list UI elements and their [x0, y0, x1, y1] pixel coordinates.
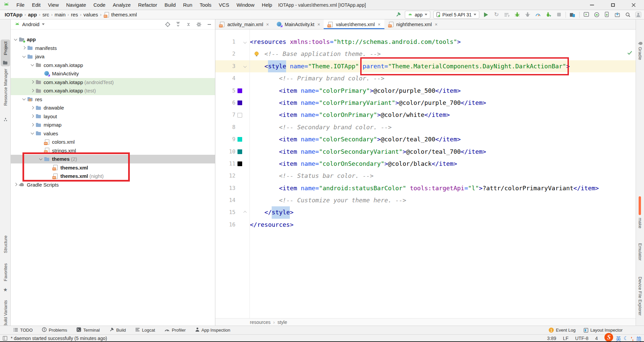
project-view-select[interactable]: Android: [15, 21, 45, 27]
hide-panel-icon[interactable]: [206, 21, 212, 27]
tree-chevron-icon[interactable]: [21, 54, 27, 59]
code-line-14[interactable]: 14 <!-- Customize your theme here. -->: [215, 194, 636, 206]
tree-row-gradle-scripts[interactable]: Gradle Scripts: [11, 181, 215, 189]
tree-row-manifests[interactable]: manifests: [11, 44, 215, 53]
code-line-7[interactable]: 7 <item name="colorOnPrimary">@color/whi…: [215, 109, 636, 121]
status-message[interactable]: * daemon started successfully (5 minutes…: [11, 336, 107, 341]
event-log-button[interactable]: 1 Event Log: [549, 328, 576, 333]
file-encoding[interactable]: UTF-8: [575, 336, 589, 341]
tree-chevron-icon[interactable]: [21, 45, 27, 51]
code-line-12[interactable]: 12 <!-- Status bar color. -->: [215, 170, 636, 182]
code-line-10[interactable]: 10 <item name="colorSecondaryVariant">@c…: [215, 146, 636, 158]
breadcrumb-style[interactable]: style: [277, 320, 287, 325]
avd-manager-icon[interactable]: [593, 11, 600, 18]
profiler-button[interactable]: Profiler: [164, 328, 185, 333]
expand-all-icon[interactable]: [175, 21, 181, 27]
color-swatch[interactable]: [237, 137, 242, 142]
debug-icon[interactable]: [514, 11, 521, 18]
menu-code[interactable]: Code: [90, 1, 108, 9]
sidebar-tab-favorites[interactable]: Favorites: [0, 263, 11, 281]
code-line-5[interactable]: 5 <item name="colorPrimary">@color/purpl…: [215, 85, 636, 97]
tree-chevron-icon[interactable]: [21, 96, 27, 102]
tab-close-icon[interactable]: ×: [378, 22, 380, 27]
ime-moon-icon[interactable]: ☾: [624, 335, 628, 341]
tree-chevron-icon[interactable]: [30, 114, 36, 119]
menu-view[interactable]: View: [45, 1, 62, 9]
code-line-9[interactable]: 9 <item name="colorSecondary">@color/tea…: [215, 133, 636, 145]
code-line-6[interactable]: 6 <item name="colorPrimaryVariant">@colo…: [215, 97, 636, 109]
build-button[interactable]: Build: [109, 327, 126, 333]
apply-changes-icon[interactable]: [503, 11, 511, 18]
code-line-16[interactable]: 16</resources>: [215, 219, 636, 231]
sidebar-tab-project[interactable]: Project: [1, 40, 10, 66]
editor-tab-mainactivity-kt[interactable]: MainActivity.kt×: [273, 19, 324, 29]
tool-window-switcher-icon[interactable]: [3, 336, 7, 341]
ime-language-indicator[interactable]: 英: [616, 335, 621, 342]
breadcrumb-item[interactable]: res: [71, 12, 78, 17]
menu-edit[interactable]: Edit: [29, 1, 44, 9]
tab-close-icon[interactable]: ×: [266, 22, 269, 27]
tree-chevron-icon[interactable]: [13, 37, 19, 42]
menu-window[interactable]: Window: [233, 1, 257, 9]
tree-chevron-icon[interactable]: [30, 79, 36, 85]
code-line-13[interactable]: 13 <item name="android:statusBarColor" t…: [215, 182, 636, 194]
code-line-3[interactable]: 3 <style name="Theme.IOTApp" parent="The…: [215, 60, 636, 72]
terminal-button[interactable]: Terminal: [76, 327, 100, 333]
sidebar-tab-gradle[interactable]: Gradle: [636, 47, 644, 60]
collapse-all-icon[interactable]: [185, 21, 192, 27]
tree-row-res[interactable]: res: [11, 95, 215, 104]
tree-chevron-icon[interactable]: [30, 62, 36, 68]
maximize-button[interactable]: [602, 0, 623, 10]
ime-punctuation-indicator[interactable]: ’,: [631, 336, 634, 341]
tree-row-com-xayah-iotapp[interactable]: com.xayah.iotapp (androidTest): [11, 78, 215, 87]
code-line-1[interactable]: 1<resources xmlns:tools="http://schemas.…: [215, 36, 636, 48]
ime-simplified-indicator[interactable]: 简: [636, 335, 641, 342]
tree-row-themes-xml[interactable]: themes.xml (night): [11, 172, 215, 181]
locate-file-icon[interactable]: [165, 21, 171, 27]
menu-analyze[interactable]: Analyze: [110, 1, 133, 9]
profile-app-icon[interactable]: [545, 11, 552, 18]
breadcrumb-item[interactable]: main: [55, 12, 66, 17]
caret-position[interactable]: 3:89: [547, 336, 556, 341]
sidebar-tab-emulator[interactable]: Emulator: [636, 243, 644, 261]
todo-button[interactable]: TODO: [13, 328, 33, 333]
avatar-icon[interactable]: [635, 11, 642, 18]
menu-tools[interactable]: Tools: [197, 1, 214, 9]
breadcrumb-item[interactable]: src: [42, 12, 49, 17]
tree-chevron-icon[interactable]: [13, 182, 19, 187]
color-swatch[interactable]: [237, 100, 242, 105]
device-file-explorer-icon[interactable]: [614, 11, 621, 18]
menu-run[interactable]: Run: [180, 1, 196, 9]
color-swatch[interactable]: [237, 149, 242, 154]
editor-tab-activity-main-xml[interactable]: activity_main.xml×: [215, 19, 273, 29]
problems-button[interactable]: Problems: [42, 327, 67, 333]
run-button[interactable]: [482, 11, 490, 18]
pin-icon[interactable]: [0, 117, 11, 122]
fold-marker-icon[interactable]: [242, 211, 248, 214]
tree-row-java[interactable]: java: [11, 52, 215, 61]
sogou-ime-icon[interactable]: S: [604, 333, 613, 342]
tree-row-com-xayah-iotapp[interactable]: com.xayah.iotapp (test): [11, 86, 215, 95]
code-line-8[interactable]: 8 <!-- Secondary brand color. -->: [215, 121, 636, 133]
attach-debugger-icon[interactable]: [524, 11, 531, 18]
tree-chevron-icon[interactable]: [30, 122, 36, 128]
gear-icon[interactable]: [196, 21, 202, 27]
fold-marker-icon[interactable]: [242, 65, 248, 67]
menu-help[interactable]: Help: [259, 1, 275, 9]
restart-activity-icon[interactable]: ↻: [493, 11, 500, 18]
search-everywhere-icon[interactable]: [624, 11, 632, 18]
menu-build[interactable]: Build: [161, 1, 178, 9]
device-select[interactable]: Pixel 5 API 31: [433, 11, 479, 19]
tree-row-layout[interactable]: layout: [11, 112, 215, 121]
tab-close-icon[interactable]: ×: [317, 22, 320, 27]
menu-vcs[interactable]: VCS: [216, 1, 232, 9]
code-line-2[interactable]: 2 <!-- Base application theme. -->: [215, 48, 636, 60]
logcat-icon[interactable]: [583, 11, 590, 18]
breadcrumb-item[interactable]: values: [84, 12, 98, 17]
menu-navigate[interactable]: Navigate: [63, 1, 89, 9]
tree-row-colors-xml[interactable]: colors.xml: [11, 138, 215, 146]
code-line-11[interactable]: 11 <item name="colorOnSecondary">@color/…: [215, 158, 636, 170]
logcat-button[interactable]: Logcat: [135, 328, 155, 333]
tree-chevron-icon[interactable]: [38, 156, 44, 162]
device-manager-icon[interactable]: [569, 11, 576, 18]
